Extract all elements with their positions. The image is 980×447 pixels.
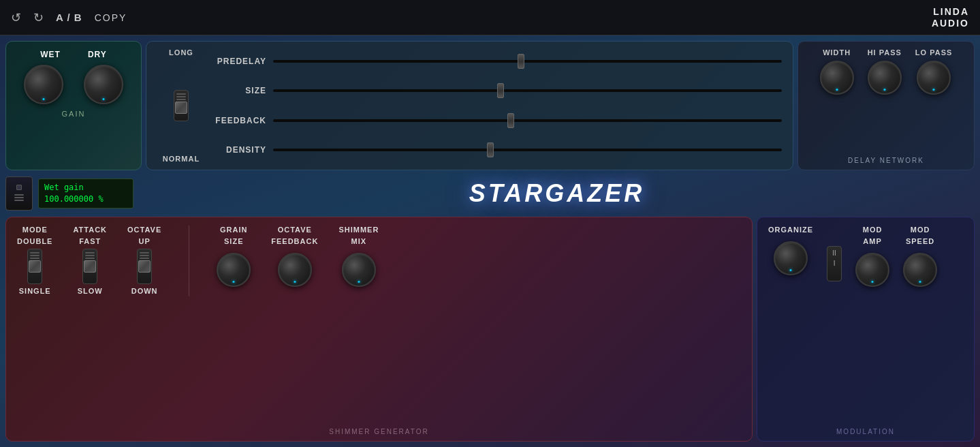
reverb-mode-switch[interactable] [174,59,189,152]
mod-toggle-group: II I [827,226,842,281]
dry-knob[interactable] [84,65,123,104]
attack-fast-label: FAST [79,237,101,246]
delay-knobs-row: WIDTH HI PASS LO PASS [820,48,953,95]
shimmer-mix-knob[interactable] [342,253,376,287]
octave-feedback-control: OCTAVE FEEDBACK [271,226,318,291]
preset-switch[interactable] [5,176,33,211]
preset-indicator [16,185,22,190]
width-knob[interactable] [820,61,854,95]
density-row: DENSITY [212,142,782,158]
shimmer-footer-label: SHIMMER GENERATOR [17,424,741,435]
oct-fb-top-label: OCTAVE [278,226,312,234]
copy-button[interactable]: COPY [95,12,127,23]
brand-logo: LINDA AUDIO [932,6,969,29]
shimmer-mix-bottom-label: MIX [351,237,367,246]
size-track [273,89,782,92]
top-bar-left: ↺ ↻ A / B COPY [11,10,932,25]
reverb-panel: LONG NORMAL [146,41,793,170]
feedback-thumb[interactable] [507,113,514,128]
width-knob-item: WIDTH [820,48,854,95]
predelay-slider-container [273,53,782,70]
oct-fb-bottom-label: FEEDBACK [271,237,318,246]
predelay-row: PREDELAY [212,53,782,70]
delay-footer-label: DELAY NETWORK [848,157,924,164]
mod-speed-top-label: MOD [911,226,930,234]
reverb-toggle[interactable] [174,90,189,121]
shimmer-panel: MODE DOUBLE SINGLE ATTACK [5,217,753,442]
mod-speed-control: MOD SPEED [903,226,937,291]
predelay-track [273,60,782,63]
gain-labels-row: WET DRY [40,50,107,59]
mod-amp-top-label: MOD [863,226,883,234]
lopass-knob-item: LO PASS [915,48,952,95]
top-bar: ↺ ↻ A / B COPY LINDA AUDIO [0,0,980,35]
redo-icon[interactable]: ↻ [33,10,44,25]
mode-control: MODE DOUBLE SINGLE [17,226,52,296]
hipass-knob[interactable] [868,61,902,95]
mod-speed-knob[interactable] [903,253,937,287]
shimmer-mix-top-label: SHIMMER [338,226,379,234]
delay-panel: WIDTH HI PASS LO PASS DELAY NETWORK [797,41,975,170]
dry-label: DRY [88,50,107,59]
mode-single-label: SINGLE [19,287,51,296]
main-content: WET DRY GAIN LONG [0,35,980,447]
mode-toggle[interactable] [27,249,42,284]
feedback-label: FEEDBACK [212,116,266,125]
mod-controls-row: ORGANIZE II I MOD AMP [768,226,963,291]
size-thumb[interactable] [497,83,504,98]
density-slider-container [273,142,782,158]
octave-toggle[interactable] [137,249,152,284]
mod-amp-bottom-label: AMP [863,237,881,246]
grain-size-knob[interactable] [217,253,251,287]
long-label: LONG [169,48,193,57]
lopass-knob[interactable] [917,61,951,95]
attack-slow-label: SLOW [78,287,103,296]
display-box: Wet gain 100.000000 % [38,179,133,209]
octave-feedback-knob[interactable] [278,253,312,287]
grain-bottom-label: SIZE [224,237,243,246]
shimmer-mix-control: SHIMMER MIX [338,226,379,291]
octave-top-label: OCTAVE [127,226,161,234]
mode-double-label: DOUBLE [17,237,52,246]
predelay-thumb[interactable] [518,54,524,69]
gain-panel: WET DRY GAIN [5,41,142,170]
mod-speed-bottom-label: SPEED [906,237,934,246]
undo-icon[interactable]: ↺ [11,10,21,25]
shimmer-controls-row: MODE DOUBLE SINGLE ATTACK [17,226,741,296]
mod-amp-knob[interactable] [855,253,889,287]
normal-label: NORMAL [163,155,200,163]
hipass-knob-item: HI PASS [868,48,902,95]
octave-control: OCTAVE UP DOWN [127,226,161,296]
octave-down-label: DOWN [131,287,158,296]
attack-toggle[interactable] [82,249,97,284]
shimmer-divider [189,226,189,296]
width-label: WIDTH [823,48,851,57]
size-row: SIZE [212,82,782,99]
display-line2: 100.000000 % [44,194,127,205]
display-line1: Wet gain [44,182,127,194]
mod-amp-control: MOD AMP [855,226,889,291]
mode-top-label: MODE [22,226,48,234]
feedback-slider-container [273,112,782,129]
feedback-track [273,119,782,122]
ab-button[interactable]: A / B [56,12,82,23]
size-label: SIZE [212,86,266,95]
lopass-label: LO PASS [915,48,952,57]
mod-footer-label: MODULATION [768,424,963,435]
bottom-section: MODE DOUBLE SINGLE ATTACK [5,217,975,442]
octave-up-label: UP [139,237,151,246]
organize-label: ORGANIZE [768,226,813,234]
density-label: DENSITY [212,145,266,155]
mod-panel: ORGANIZE II I MOD AMP [757,217,975,442]
reverb-switch-col: LONG NORMAL [157,48,205,163]
grain-size-control: GRAIN SIZE [217,226,251,291]
organize-control: ORGANIZE [768,226,813,279]
gain-footer-label: GAIN [62,110,86,118]
mod-toggle[interactable]: II I [827,246,842,281]
wet-knob[interactable] [24,65,63,104]
density-thumb[interactable] [487,142,494,157]
gain-knobs-row [24,65,123,104]
attack-control: ATTACK FAST SLOW [73,226,107,296]
organize-knob[interactable] [774,241,808,275]
predelay-label: PREDELAY [212,57,266,66]
